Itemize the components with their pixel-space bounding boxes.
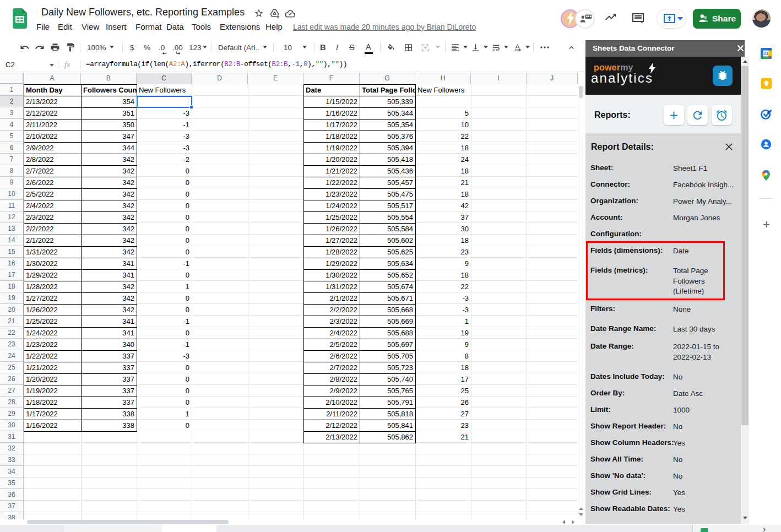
svg-text:31: 31	[763, 51, 769, 56]
